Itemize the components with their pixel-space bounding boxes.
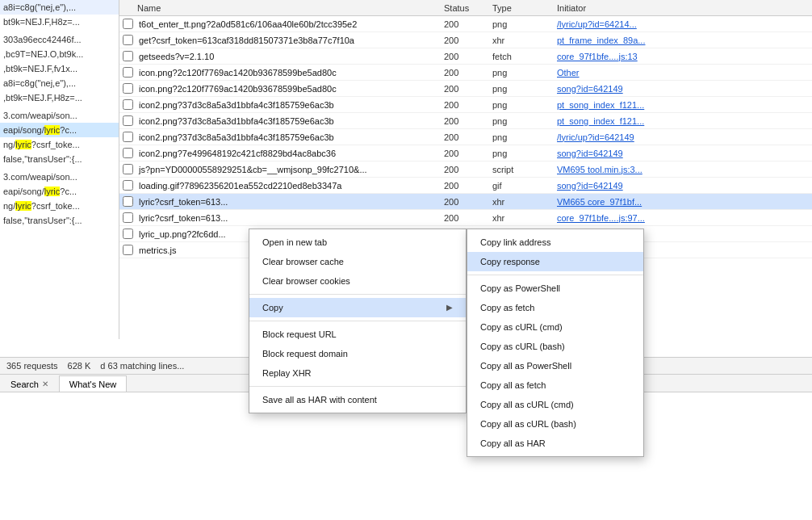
row-checkbox[interactable] [123,99,133,110]
row-initiator[interactable]: song?id=642149 [555,181,733,191]
row-checkbox[interactable] [123,19,133,29]
row-status: 200 [442,165,491,174]
table-row[interactable]: icon2.png?37d3c8a5a3d1bbfa4c3f185759e6ac… [119,129,812,145]
menu-copy-as-curl-cmd-label: Copy as cURL (cmd) [480,317,563,337]
row-status: 200 [442,100,491,110]
row-status: 200 [442,116,491,126]
row-name: icon2.png?37d3c8a5a3d1bbfa4c3f185759e6ac… [136,100,442,110]
left-panel-item[interactable]: eapi/song/lyric?c... [0,123,119,137]
menu-clear-cache[interactable]: Clear browser cache [249,252,466,271]
row-initiator[interactable]: pt_frame_index_89a... [555,36,733,45]
row-checkbox[interactable] [123,51,133,61]
menu-open-new-tab[interactable]: Open in new tab [249,233,466,252]
table-row[interactable]: icon.png?2c120f7769ac1420b93678599be5ad8… [119,81,812,97]
row-name: icon2.png?37d3c8a5a3d1bbfa4c3f185759e6ac… [136,132,442,142]
left-panel-item[interactable]: false,"transUser":{... [0,213,119,228]
left-panel-item[interactable]: ,bt9k=NEJ.F,fv1x... [0,61,119,76]
menu-copy-all-as-curl-bash-label: Copy all as cURL (bash) [480,414,576,434]
table-row[interactable]: t6ot_enter_tt.png?2a0d581c6/106aa40le60b… [119,16,812,32]
row-type: png [491,19,555,29]
left-panel-item[interactable]: ,bt9k=NEJ.F,H8z=... [0,90,119,105]
table-row[interactable]: icon2.png?37d3c8a5a3d1bbfa4c3f185759e6ac… [119,113,812,129]
menu-separator [467,275,643,275]
menu-copy-all-as-powershell[interactable]: Copy all as PowerShell [467,356,643,375]
table-row[interactable]: icon.png?2c120f7769ac1420b93678599be5ad8… [119,65,812,81]
table-row[interactable]: js?pn=YD00000558929251&cb=__wmjsonp_99fc… [119,161,812,178]
menu-copy-all-as-fetch[interactable]: Copy all as fetch [467,375,643,395]
left-panel-item[interactable]: a8i=c8g("nej,e"),... [0,76,119,90]
tab-whats-new-label: What's New [69,380,116,389]
menu-copy-link-address[interactable]: Copy link address [467,233,643,252]
menu-replay-xhr-label: Replay XHR [262,363,312,383]
table-row[interactable]: icon2.png?37d3c8a5a3d1bbfa4c3f185759e6ac… [119,97,812,113]
row-checkbox[interactable] [123,67,133,78]
menu-save-har[interactable]: Save all as HAR with content [249,390,466,409]
table-header: Name Status Type Initiator [119,0,812,16]
left-panel-item[interactable]: a8i=c8g("nej,e"),... [0,0,119,15]
row-initiator[interactable]: core_97f1bfe....js:13 [555,52,733,61]
tab-search-close[interactable]: ✕ [42,380,48,388]
table-row[interactable]: lyric?csrf_token=613... 200 xhr core_97f… [119,210,812,226]
left-panel-item[interactable]: ng/lyric?csrf_toke... [0,199,119,213]
table-row[interactable]: getseeds?v=2.1.10 200 fetch core_97f1bfe… [119,48,812,65]
left-panel-item[interactable]: false,"transUser":{... [0,152,119,166]
row-initiator[interactable]: /lyric/up?id=64214... [555,19,733,29]
row-checkbox[interactable] [123,229,133,239]
row-checkbox[interactable] [123,83,133,94]
row-checkbox[interactable] [123,164,133,174]
row-checkbox[interactable] [123,180,133,191]
left-panel-item[interactable]: 303a96ecc42446f... [0,32,119,47]
menu-replay-xhr[interactable]: Replay XHR [249,363,466,383]
left-panel-item[interactable]: ,bc9T=NEJ.O,bt9k... [0,47,119,61]
menu-block-domain[interactable]: Block request domain [249,344,466,363]
row-checkbox[interactable] [123,115,133,126]
left-panel-item[interactable]: ng/lyric?csrf_toke... [0,137,119,152]
row-initiator: Other [555,68,733,78]
row-initiator[interactable]: VM695 tool.min.js:3... [555,165,733,174]
row-initiator[interactable]: core_97f1bfe....js:97... [555,213,733,223]
row-checkbox[interactable] [123,196,133,207]
left-panel-item[interactable]: 3.com/weapi/son... [0,170,119,184]
row-initiator[interactable]: pt_song_index_f121... [555,116,733,126]
row-initiator[interactable]: /lyric/up?id=642149 [555,132,733,142]
table-row[interactable]: icon2.png?7e499648192c421cf8829bd4ac8abc… [119,145,812,161]
menu-copy-all-as-har[interactable]: Copy all as HAR [467,434,643,453]
menu-block-domain-label: Block request domain [262,344,348,363]
menu-copy-as-curl-bash[interactable]: Copy as cURL (bash) [467,337,643,356]
left-panel-item[interactable]: bt9k=NEJ.F,H8z=... [0,15,119,29]
row-checkbox[interactable] [123,245,133,255]
left-panel-item[interactable]: eapi/song/lyric?c... [0,184,119,199]
row-status: 200 [442,197,491,207]
menu-copy-link-address-label: Copy link address [480,233,550,252]
menu-clear-cookies[interactable]: Clear browser cookies [249,271,466,291]
left-panel-item[interactable]: 3.com/weapi/son... [0,108,119,123]
tab-search[interactable]: Search ✕ [0,375,59,392]
row-type: png [491,84,555,94]
row-checkbox[interactable] [123,148,133,158]
menu-copy-as-curl-cmd[interactable]: Copy as cURL (cmd) [467,317,643,337]
menu-block-url[interactable]: Block request URL [249,325,466,344]
menu-copy-all-as-curl-cmd[interactable]: Copy all as cURL (cmd) [467,395,643,414]
row-type: png [491,68,555,78]
menu-copy-submenu[interactable]: Copy ▶ [249,298,466,317]
row-checkbox[interactable] [123,35,133,45]
menu-copy-response[interactable]: Copy response [467,252,643,271]
row-initiator[interactable]: song?id=642149 [555,149,733,158]
menu-copy-all-as-curl-bash[interactable]: Copy all as cURL (bash) [467,414,643,434]
row-initiator[interactable]: song?id=642149 [555,84,733,94]
row-name: loading.gif?78962356201ea552cd2210ed8eb3… [136,181,442,191]
row-checkbox[interactable] [123,132,133,142]
table-row[interactable]: loading.gif?78962356201ea552cd2210ed8eb3… [119,178,812,194]
col-header-type: Type [491,3,555,13]
row-name: get?csrf_token=613caf318dd81507371e3b8a7… [136,36,442,45]
row-initiator[interactable]: VM665 core_97f1bf... [555,197,733,207]
tab-whats-new[interactable]: What's New [59,375,127,392]
row-initiator[interactable]: pt_song_index_f121... [555,100,733,110]
menu-copy-as-powershell[interactable]: Copy as PowerShell [467,279,643,298]
row-checkbox[interactable] [123,212,133,223]
row-name: t6ot_enter_tt.png?2a0d581c6/106aa40le60b… [136,19,442,29]
row-status: 200 [442,84,491,94]
table-row[interactable]: lyric?csrf_token=613... 200 xhr VM665 co… [119,194,812,210]
menu-copy-as-fetch[interactable]: Copy as fetch [467,298,643,317]
table-row[interactable]: get?csrf_token=613caf318dd81507371e3b8a7… [119,32,812,48]
